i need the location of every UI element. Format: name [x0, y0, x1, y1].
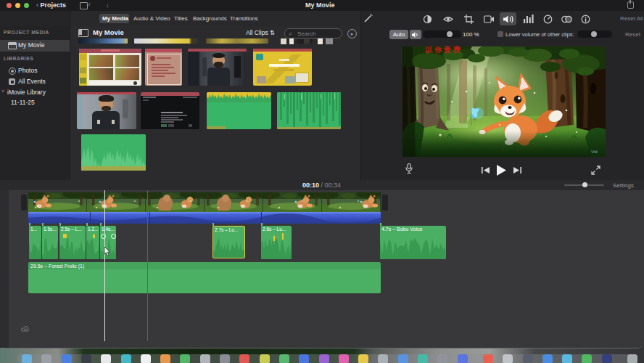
- svg-text:Vid: Vid: [591, 150, 598, 154]
